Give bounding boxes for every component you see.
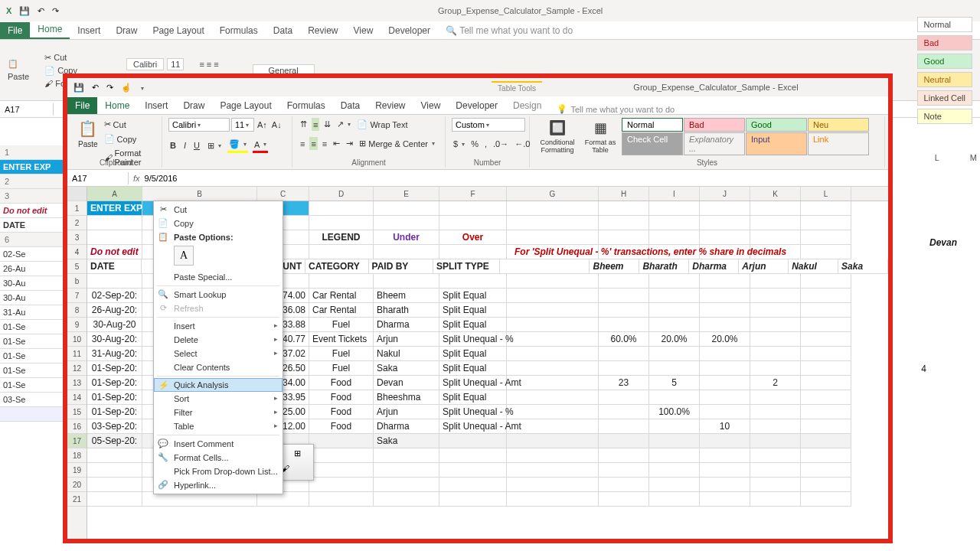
table-icon: ▦ [594, 119, 607, 136]
redo-icon[interactable]: ↷ [106, 83, 113, 93]
grow-font-icon[interactable]: A↑ [256, 118, 269, 132]
ctx-clear-contents[interactable]: Clear Contents [154, 360, 283, 374]
conditional-formatting-button[interactable]: 🔲 Conditional Formatting [536, 118, 579, 155]
orientation-icon[interactable]: ↗ [335, 118, 352, 131]
fx-icon[interactable]: fx [133, 174, 140, 183]
tab-draw[interactable]: Draw [175, 97, 212, 114]
align-top-icon[interactable]: ⇈ [299, 118, 309, 131]
mini-border-icon[interactable]: ⊞ [290, 446, 304, 460]
paste-button[interactable]: 📋 Paste [77, 118, 100, 150]
ctx-hyperlink[interactable]: 🔗Hyperlink... [154, 478, 283, 492]
underline-button[interactable]: U [192, 138, 201, 153]
style-linked[interactable]: Link [808, 132, 869, 155]
ctx-paste-special[interactable]: Paste Special... [154, 270, 283, 284]
tab-data[interactable]: Data [333, 97, 368, 114]
ctx-delete[interactable]: Delete [154, 333, 283, 347]
name-box[interactable]: A17 [67, 172, 129, 184]
ctx-insert-comment[interactable]: 💬Insert Comment [154, 437, 283, 451]
highlighted-frame: 💾 ↶ ↷ ☝ Table Tools Group_Expense_Calcul… [63, 73, 893, 543]
ctx-paste-options: A [154, 244, 283, 270]
comment-icon: 💬 [157, 439, 169, 451]
bold-button[interactable]: B [168, 138, 178, 153]
format-as-table-button[interactable]: ▦ Format as Table [582, 118, 619, 155]
style-explanatory[interactable]: Explanatory ... [684, 132, 745, 155]
quick-analysis-icon: ⚡ [158, 380, 170, 393]
shrink-font-icon[interactable]: A↓ [270, 118, 283, 132]
align-right-icon[interactable]: ≡ [321, 137, 328, 150]
font-size-combo[interactable]: 11 [231, 118, 254, 132]
align-center-icon[interactable]: ≡ [309, 137, 317, 150]
formula-bar: A17 fx 9/5/2016 [67, 170, 888, 187]
ctx-table[interactable]: Table [154, 419, 283, 433]
formula-input[interactable]: 9/5/2016 [145, 174, 178, 183]
percent-format-icon[interactable]: % [469, 138, 480, 150]
wrap-text-button[interactable]: 📄Wrap Text [355, 118, 409, 131]
format-cells-icon: 🔧 [157, 452, 169, 465]
paste-option-keep-text[interactable]: A [174, 246, 194, 266]
number-format-combo[interactable]: Custom [452, 118, 525, 132]
decrease-decimal-icon[interactable]: ←.0 [513, 138, 531, 150]
comma-format-icon[interactable]: , [483, 138, 488, 150]
cut-button[interactable]: ✂Cut [103, 118, 155, 131]
style-neutral[interactable]: Neu [808, 118, 869, 132]
align-left-icon[interactable]: ≡ [299, 137, 306, 150]
ctx-quick-analysis[interactable]: ⚡Quick Analysis [154, 378, 283, 392]
increase-decimal-icon[interactable]: .0→ [492, 138, 510, 150]
tab-view[interactable]: View [413, 97, 449, 114]
ctx-insert[interactable]: Insert [154, 319, 283, 333]
ctx-format-cells[interactable]: 🔧Format Cells... [154, 451, 283, 465]
ctx-filter[interactable]: Filter [154, 406, 283, 419]
decrease-indent-icon[interactable]: ⇤ [332, 137, 341, 150]
copy-button[interactable]: 📄Copy [103, 132, 155, 145]
copy-icon: 📄 [157, 218, 169, 230]
style-normal[interactable]: Normal [622, 118, 683, 132]
ctx-smart-lookup[interactable]: 🔍Smart Lookup [154, 288, 283, 302]
tab-insert[interactable]: Insert [137, 97, 175, 114]
font-group: Calibri 11 A↑ A↓ B I U ⊞ 🪣 A [162, 116, 292, 168]
tell-me-search[interactable]: 💡 Tell me what you want to do [549, 104, 888, 114]
tab-home[interactable]: Home [97, 97, 137, 114]
align-middle-icon[interactable]: ≡ [312, 118, 319, 131]
ctx-copy[interactable]: 📄Copy [154, 217, 283, 230]
row-headers[interactable]: 123 45b 789 101112 131415 1617 1819 2021 [67, 187, 87, 539]
border-button[interactable]: ⊞ [206, 138, 223, 153]
style-input[interactable]: Input [746, 132, 807, 155]
style-check-cell[interactable]: Check Cell [622, 132, 683, 155]
align-bottom-icon[interactable]: ⇊ [322, 118, 332, 131]
refresh-icon: ⟳ [157, 303, 169, 315]
scissors-icon: ✂ [104, 119, 111, 129]
tab-formulas[interactable]: Formulas [279, 97, 333, 114]
qat-customize-icon[interactable] [139, 83, 144, 92]
tab-review[interactable]: Review [368, 97, 413, 114]
style-good[interactable]: Good [746, 118, 807, 132]
font-color-button[interactable]: A [253, 138, 268, 153]
lookup-icon: 🔍 [157, 289, 169, 302]
ctx-pick-from-list[interactable]: Pick From Drop-down List... [154, 465, 283, 478]
ctx-select[interactable]: Select [154, 347, 283, 360]
save-icon[interactable]: 💾 [74, 83, 84, 93]
ctx-sort[interactable]: Sort [154, 392, 283, 406]
ctx-cut[interactable]: ✂Cut [154, 203, 283, 217]
ribbon-tabs: File Home Insert Draw Page Layout Formul… [67, 96, 888, 115]
save-icon: 💾 [19, 6, 30, 16]
number-group: Custom $ % , .0→ ←.0 Number [446, 116, 530, 168]
tab-page-layout[interactable]: Page Layout [212, 97, 279, 114]
tab-design[interactable]: Design [505, 97, 549, 114]
clipboard-icon: 📋 [78, 119, 97, 138]
italic-button[interactable]: I [182, 138, 188, 153]
increase-indent-icon[interactable]: ⇥ [345, 137, 354, 150]
redo-icon: ↷ [52, 6, 59, 16]
fill-color-button[interactable]: 🪣 [227, 138, 248, 153]
bg-tab-home: Home [30, 21, 70, 39]
undo-icon[interactable]: ↶ [92, 83, 99, 93]
merge-center-button[interactable]: ⊞Merge & Center [358, 137, 436, 150]
tab-file[interactable]: File [67, 97, 97, 114]
column-headers[interactable]: A B C D E F G H I J K L [87, 187, 888, 201]
bg-tab-file: File [0, 22, 30, 39]
font-name-combo[interactable]: Calibri [168, 118, 230, 132]
alignment-group: ⇈ ≡ ⇊ ↗ 📄Wrap Text ≡ ≡ ≡ ⇤ ⇥ ⊞Merge & Ce… [292, 116, 446, 168]
accounting-format-icon[interactable]: $ [452, 138, 466, 150]
tab-developer[interactable]: Developer [448, 97, 505, 114]
style-bad[interactable]: Bad [684, 118, 745, 132]
touch-mode-icon[interactable]: ☝ [121, 83, 132, 93]
